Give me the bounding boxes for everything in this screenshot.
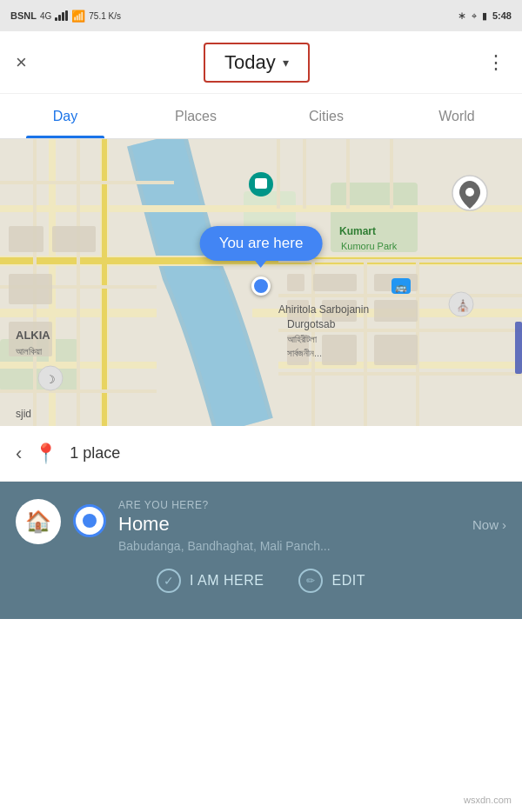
svg-rect-63 [515,322,522,374]
tab-day[interactable]: Day [0,94,130,138]
card-section: 🏠 ARE YOU HERE? Home Now › Babudanga, Ba… [0,482,522,619]
home-icon: 🏠 [25,509,51,534]
status-bar: BSNL 4G 📶 75.1 K/s ∗ ⌖ ▮ 5:48 [0,0,522,31]
date-selector[interactable]: Today ▾ [204,43,310,83]
pin-icon: 📍 [34,443,57,465]
tab-places-label: Places [175,109,217,124]
svg-text:🚌: 🚌 [395,281,407,293]
svg-text:Ahiritola Sarbojanin: Ahiritola Sarbojanin [278,303,369,316]
places-count: 1 place [70,444,120,463]
status-right: ∗ ⌖ ▮ 5:48 [458,10,512,22]
svg-rect-34 [287,274,304,291]
card-chevron-icon: › [502,517,506,532]
svg-rect-41 [322,335,357,365]
edit-icon: ✏ [298,569,323,593]
svg-text:আলকিয়া: আলকিয়া [16,346,43,356]
card-text: ARE YOU HERE? Home Now › Babudanga, Band… [118,499,506,553]
location-card: 🏠 ARE YOU HERE? Home Now › Babudanga, Ba… [16,499,506,553]
watermark: wsxdn.com [464,795,512,805]
close-button[interactable]: × [16,51,27,74]
card-time: Now › [472,517,506,532]
svg-rect-30 [9,226,44,252]
tab-world[interactable]: World [392,94,522,138]
status-left: BSNL 4G 📶 75.1 K/s [10,10,121,23]
header-title: Today [224,51,276,74]
tab-world-label: World [438,109,475,124]
svg-point-56 [465,188,474,196]
edit-button[interactable]: ✏ EDIT [298,569,365,593]
card-title: Home [118,513,170,536]
svg-text:Durgotsab: Durgotsab [287,318,336,330]
edit-label: EDIT [331,573,365,589]
network-label: 4G [40,11,51,21]
i-am-here-button[interactable]: ✓ I AM HERE [157,569,264,593]
svg-text:sjid: sjid [16,408,31,420]
menu-button[interactable]: ⋮ [486,51,506,74]
checkmark-icon: ✓ [157,569,181,593]
tab-bar: Day Places Cities World [0,94,522,139]
svg-rect-31 [52,226,96,252]
time-label: 5:48 [492,10,512,21]
tab-cities[interactable]: Cities [261,94,392,138]
signal-icon [55,10,68,21]
carrier-label: BSNL [10,10,37,21]
svg-text:ALKIA: ALKIA [16,329,50,342]
location-dot [251,276,271,296]
header: × Today ▾ ⋮ [0,31,522,94]
svg-text:⛪: ⛪ [456,298,471,313]
time-text: Now [472,517,499,532]
svg-text:☽: ☽ [45,373,56,386]
tab-cities-label: Cities [309,109,344,124]
places-bar: ‹ 📍 1 place [0,426,522,482]
location-circle [73,504,106,537]
card-label: ARE YOU HERE? [118,499,506,511]
svg-rect-35 [313,274,357,291]
svg-rect-39 [374,300,418,322]
svg-text:আহিরীটলা: আহিরীটলা [287,334,318,344]
svg-rect-42 [374,335,418,365]
svg-rect-32 [9,274,52,304]
svg-text:Kumoru Park: Kumoru Park [341,241,398,251]
wifi-icon: 📶 [71,10,85,23]
location-inner-dot [83,514,97,528]
battery-icon: ▮ [482,10,487,22]
location-icon: ⌖ [472,10,477,22]
tab-day-label: Day [53,109,77,124]
svg-rect-53 [255,178,267,189]
svg-text:সার্বজনীন...: সার্বজনীন... [287,348,322,358]
you-are-here-bubble: You are here [200,226,323,261]
home-icon-circle: 🏠 [16,499,61,544]
card-title-row: Home Now › [118,513,506,536]
speed-label: 75.1 K/s [89,11,121,21]
tab-places[interactable]: Places [130,94,261,138]
i-am-here-label: I AM HERE [190,573,264,589]
map-view[interactable]: ALKIA আলকিয়া Kumart Kumoru Park Ahirito… [0,139,522,426]
card-subtitle: Babudanga, Bandhaghat, Mali Panch... [118,539,506,553]
action-row: ✓ I AM HERE ✏ EDIT [16,569,506,593]
svg-text:Kumart: Kumart [339,225,376,237]
dropdown-arrow-icon: ▾ [283,56,289,70]
bluetooth-icon: ∗ [458,10,466,22]
back-button[interactable]: ‹ [16,443,22,465]
